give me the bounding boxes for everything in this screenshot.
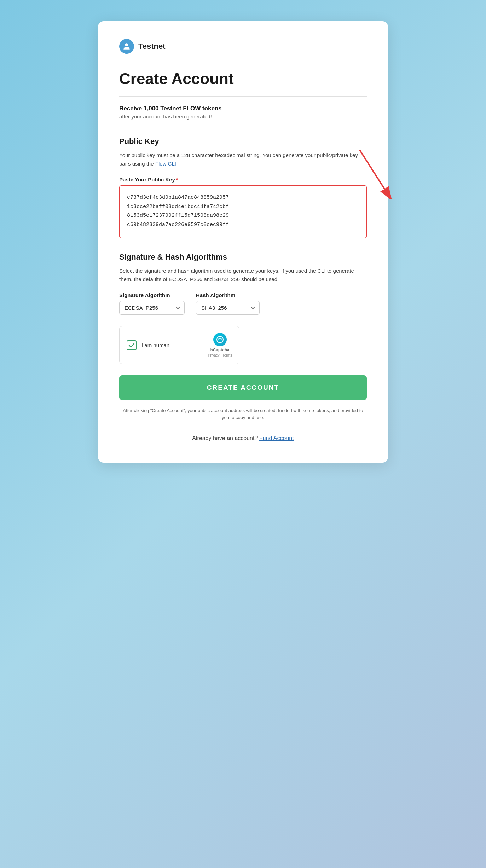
algorithms-section: Signature & Hash Algorithms Select the s… [119,253,367,315]
signature-algo-select[interactable]: ECDSA_P256 ECDSA_secp256k1 [119,301,185,315]
divider-1 [119,96,367,97]
hcaptcha-logo [213,333,227,346]
promo-title: Receive 1,000 Testnet FLOW tokens [119,105,367,112]
captcha-label: I am human [141,342,169,348]
required-marker: * [176,177,178,183]
algorithms-description: Select the signature and hash algorithm … [119,267,367,284]
public-key-description: Your public key must be a 128 character … [119,151,367,168]
signature-algo-group: Signature Algorithm ECDSA_P256 ECDSA_sec… [119,292,185,315]
captcha-privacy-link[interactable]: Privacy [208,353,220,357]
captcha-box[interactable]: I am human hCaptcha Privacy · Terms [119,326,239,364]
public-key-input-wrapper [119,185,367,240]
svg-point-4 [218,338,219,340]
captcha-terms-link[interactable]: Terms [222,353,232,357]
main-card: Testnet Create Account Receive 1,000 Tes… [98,21,388,463]
hash-algo-select[interactable]: SHA3_256 SHA2_256 [196,301,260,315]
signature-algo-label: Signature Algorithm [119,292,185,298]
promo-section: Receive 1,000 Testnet FLOW tokens after … [119,105,367,120]
divider-2 [119,128,367,128]
algo-row: Signature Algorithm ECDSA_P256 ECDSA_sec… [119,292,367,315]
hcaptcha-icon [216,336,224,343]
captcha-left: I am human [127,340,169,350]
checkmark-icon [128,342,135,348]
brand-underline [119,57,151,57]
hash-algo-label: Hash Algorithm [196,292,260,298]
algorithms-title: Signature & Hash Algorithms [119,253,367,262]
captcha-checkbox[interactable] [127,340,137,350]
promo-subtitle: after your account has been generated! [119,114,367,120]
captcha-links: Privacy · Terms [208,353,232,357]
fund-account-section: Already have an account? Fund Account [119,431,367,441]
public-key-label: Paste Your Public Key* [119,177,367,183]
public-key-section: Public Key Your public key must be a 128… [119,137,367,240]
public-key-title: Public Key [119,137,367,146]
public-key-input[interactable] [119,185,367,238]
hash-algo-group: Hash Algorithm SHA3_256 SHA2_256 [196,292,260,315]
svg-point-0 [125,43,128,46]
existing-account-text: Already have an account? [192,435,258,441]
after-create-text: After clicking "Create Account", your pu… [119,407,367,421]
svg-point-3 [217,336,223,343]
brand-name: Testnet [138,42,166,51]
page-title: Create Account [119,70,367,88]
svg-point-5 [220,338,221,340]
hcaptcha-brand-text: hCaptcha [210,348,230,352]
description-text-2: . [176,161,178,167]
captcha-right: hCaptcha Privacy · Terms [208,333,232,357]
person-icon [122,42,131,51]
fund-account-link[interactable]: Fund Account [259,435,294,441]
create-account-button[interactable]: CREATE ACCOUNT [119,375,367,400]
brand-header: Testnet [119,39,367,54]
brand-logo-icon [119,39,134,54]
flow-cli-link[interactable]: Flow CLI [155,161,176,167]
